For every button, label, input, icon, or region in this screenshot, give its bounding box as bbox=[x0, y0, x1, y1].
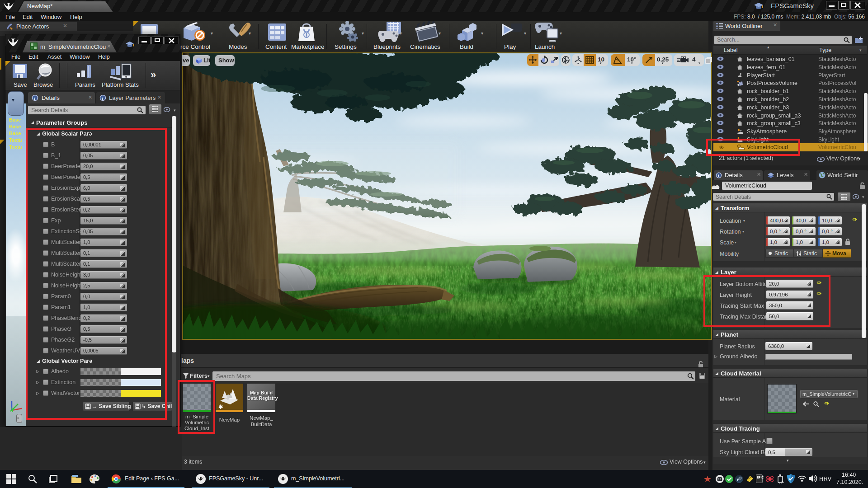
svg-text:i: i bbox=[718, 173, 719, 178]
svg-text:i: i bbox=[102, 95, 103, 101]
svg-text:i: i bbox=[34, 95, 35, 101]
svg-text:✱: ✱ bbox=[218, 404, 223, 410]
